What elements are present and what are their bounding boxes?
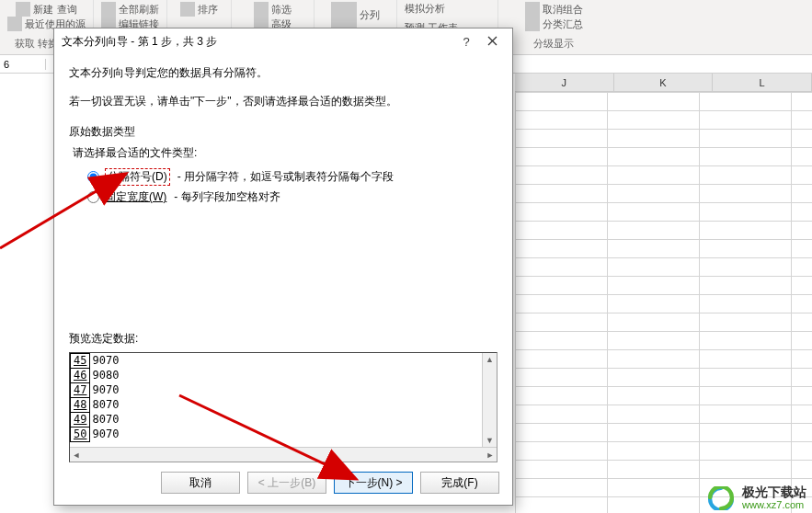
radio-delimited-label: 分隔符号(D) — [105, 168, 170, 186]
preview-row-value: 8070 — [90, 398, 122, 413]
close-button[interactable] — [479, 35, 505, 49]
radio-fixed-row[interactable]: 固定宽度(W) - 每列字段加空格对齐 — [87, 189, 497, 205]
preview-row-number: 49 — [71, 413, 90, 428]
preview-row-number: 50 — [71, 428, 90, 442]
ribbon-group-outline: 取消组合 分类汇总 分级显示 — [498, 0, 609, 54]
ribbon-new-query[interactable]: 新建 查询 — [16, 2, 76, 17]
original-data-type-group: 原始数据类型 请选择最合适的文件类型: 分隔符号(D) - 用分隔字符，如逗号或… — [69, 124, 497, 209]
next-button[interactable]: 下一步(N) > — [334, 472, 413, 494]
preview-row: 469080 — [71, 369, 122, 383]
dialog-title: 文本分列向导 - 第 1 步，共 3 步 — [62, 34, 453, 50]
col-header[interactable]: K — [614, 74, 714, 91]
back-button: < 上一步(B) — [247, 472, 326, 494]
watermark-logo-icon — [705, 486, 737, 510]
close-icon — [487, 36, 497, 46]
text-to-columns-wizard-dialog: 文本分列向导 - 第 1 步，共 3 步 ? 文本分列向导判定您的数据具有分隔符… — [53, 28, 513, 506]
preview-row: 488070 — [71, 398, 122, 413]
scroll-up-icon[interactable]: ▲ — [484, 353, 497, 366]
radio-fixed-hint: - 每列字段加空格对齐 — [174, 189, 280, 205]
preview-row-value: 8070 — [90, 413, 122, 428]
radio-delimited-row[interactable]: 分隔符号(D) - 用分隔字符，如逗号或制表符分隔每个字段 — [87, 168, 497, 186]
watermark: 极光下载站 www.xz7.com — [705, 485, 806, 511]
name-box[interactable]: 6 — [0, 59, 46, 70]
preview-scrollbar-horizontal[interactable]: ◄ ► — [70, 447, 497, 462]
grid-cells[interactable] — [515, 92, 812, 513]
col-header[interactable]: J — [515, 74, 614, 91]
preview-row: 459070 — [71, 354, 122, 369]
help-button[interactable]: ? — [453, 35, 479, 49]
cancel-button[interactable]: 取消 — [161, 472, 240, 494]
preview-row-value: 9080 — [90, 369, 122, 383]
preview-label: 预览选定数据: — [69, 331, 497, 347]
preview-row-number: 46 — [71, 369, 90, 383]
scroll-right-icon[interactable]: ► — [484, 449, 497, 462]
ribbon-group-label: 分级显示 — [533, 37, 574, 52]
group-legend: 原始数据类型 — [69, 124, 497, 140]
wizard-description-2: 若一切设置无误，请单击"下一步"，否则请选择最合适的数据类型。 — [69, 94, 497, 109]
column-headers: J K L — [515, 74, 812, 92]
preview-row-number: 48 — [71, 398, 90, 413]
scroll-left-icon[interactable]: ◄ — [70, 449, 83, 462]
ribbon-text-to-columns[interactable]: 分列 — [331, 2, 380, 28]
ribbon-sort[interactable]: 排序 — [180, 2, 218, 17]
ribbon-subtotal[interactable]: 分类汇总 — [525, 17, 583, 31]
radio-delimited-hint: - 用分隔字符，如逗号或制表符分隔每个字段 — [177, 169, 394, 185]
dialog-titlebar: 文本分列向导 - 第 1 步，共 3 步 ? — [54, 28, 512, 54]
col-header[interactable]: L — [713, 74, 812, 91]
watermark-name: 极光下载站 — [742, 485, 806, 498]
preview-table: 459070469080479070488070498070509070 — [70, 353, 122, 442]
preview-row-value: 9070 — [90, 354, 122, 369]
file-type-instruction: 请选择最合适的文件类型: — [73, 145, 497, 161]
ribbon-filter[interactable]: 筛选 — [254, 2, 292, 17]
preview-scrollbar-vertical[interactable]: ▲ ▼ — [482, 353, 497, 447]
preview-box: 459070469080479070488070498070509070 ▲ ▼… — [69, 352, 497, 462]
preview-row-value: 9070 — [90, 428, 122, 442]
ribbon-ungroup[interactable]: 取消组合 — [525, 2, 583, 17]
ribbon-whatif[interactable]: 模拟分析 — [405, 2, 445, 16]
preview-row: 498070 — [71, 413, 122, 428]
scroll-down-icon[interactable]: ▼ — [484, 434, 497, 447]
ribbon-refresh-all[interactable]: 全部刷新 — [101, 2, 159, 17]
preview-row-number: 47 — [71, 383, 90, 398]
preview-row: 479070 — [71, 383, 122, 398]
preview-row-value: 9070 — [90, 383, 122, 398]
radio-fixed-width[interactable] — [87, 191, 99, 203]
finish-button[interactable]: 完成(F) — [420, 472, 499, 494]
preview-row-number: 45 — [71, 354, 90, 369]
watermark-url: www.xz7.com — [742, 498, 806, 511]
radio-fixed-label: 固定宽度(W) — [105, 189, 166, 205]
dialog-button-row: 取消 < 上一步(B) 下一步(N) > 完成(F) — [54, 462, 512, 505]
preview-row: 509070 — [71, 428, 122, 442]
radio-delimited[interactable] — [87, 171, 99, 183]
wizard-description-1: 文本分列向导判定您的数据具有分隔符。 — [69, 65, 497, 81]
